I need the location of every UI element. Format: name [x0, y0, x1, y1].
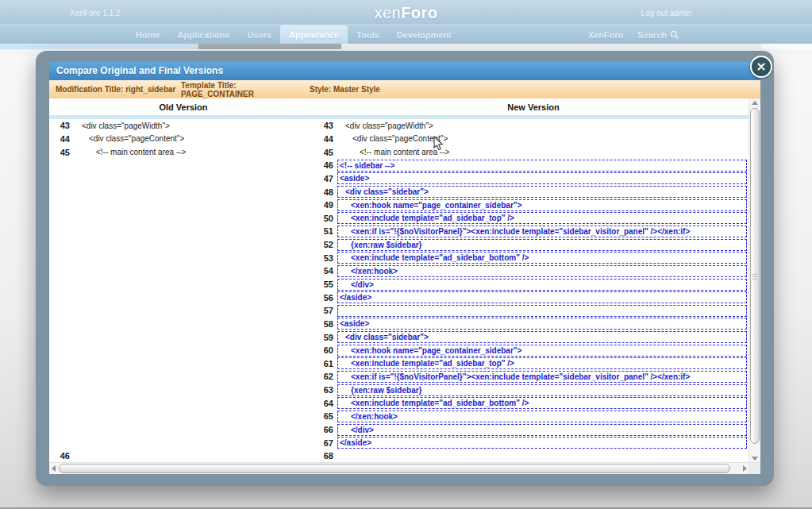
nav-link-search[interactable]: Search: [637, 30, 679, 40]
line-number: 46: [49, 451, 70, 461]
diff-line-empty: [49, 172, 317, 186]
diff-line-inserted: 56</aside>: [317, 291, 749, 304]
inserted-code: [337, 305, 747, 317]
inserted-code: </aside>: [337, 437, 747, 449]
scroll-down-arrow-icon[interactable]: [752, 457, 758, 461]
diff-line-empty: [49, 264, 317, 278]
diff-line-empty: [49, 238, 317, 252]
diff-line-empty: [49, 251, 317, 264]
logo-foro: Foro: [401, 4, 437, 21]
diff-line-inserted: 50<xen:include template="ad_sidebar_top"…: [317, 211, 749, 225]
diff-line-empty: [49, 396, 317, 410]
diff-line-inserted: 67</aside>: [317, 436, 749, 449]
horizontal-scroll-thumb[interactable]: [59, 464, 730, 473]
tab-users[interactable]: Users: [239, 25, 281, 44]
diff-line-inserted: 66</div>: [317, 423, 749, 437]
tab-applications[interactable]: Applications: [169, 25, 239, 44]
code-text: <div class="pageWidth">: [333, 121, 433, 130]
line-number: 49: [317, 200, 333, 210]
close-x-icon: [757, 63, 765, 71]
diff-line-empty: [49, 211, 317, 225]
diff-line-inserted: 57: [317, 304, 749, 318]
scroll-grip-icon: [752, 274, 757, 280]
new-version-header: New Version: [317, 98, 749, 116]
substrip-light: [341, 44, 762, 49]
line-number: 66: [317, 425, 333, 434]
inserted-code: </xen:hook>: [337, 411, 747, 422]
diff-line-inserted: 51<xen:if is="!{$noVisitorPanel}"><xen:i…: [317, 225, 749, 238]
code-text: <div class="pageWidth">: [70, 121, 170, 130]
line-number: 44: [49, 134, 70, 144]
tab-tools[interactable]: Tools: [348, 25, 388, 44]
line-number: 47: [317, 174, 333, 183]
diff-line-empty: [49, 318, 317, 331]
vertical-scroll-thumb[interactable]: [750, 108, 760, 444]
line-number: 58: [317, 319, 333, 329]
magnifier-icon[interactable]: [670, 30, 679, 40]
nav-tabs: HomeApplicationsUsersAppearanceToolsDeve…: [127, 25, 460, 44]
line-number: 44: [317, 134, 333, 144]
line-number: 45: [49, 148, 70, 157]
diff-line-inserted: 58<aside>: [317, 318, 749, 331]
line-number: 52: [317, 240, 333, 249]
line-number: 64: [317, 399, 333, 408]
vertical-scrollbar[interactable]: [749, 98, 760, 463]
line-number: 43: [49, 121, 70, 130]
inserted-code: <xen:include template="ad_sidebar_bottom…: [337, 397, 747, 409]
scroll-left-arrow-icon[interactable]: [52, 465, 56, 472]
modal-title: Compare Original and Final Versions: [56, 65, 223, 76]
diff-line-empty: [49, 370, 317, 384]
inserted-code: <div class="sidebar">: [337, 186, 747, 198]
line-number: 63: [317, 385, 333, 395]
diff-line-empty: [49, 436, 317, 449]
line-number: 56: [317, 293, 333, 303]
diff-line: 45<!-- main content area -->: [49, 145, 317, 159]
inserted-code: <xen:include template="ad_sidebar_bottom…: [337, 252, 747, 264]
diff-line-inserted: 48<div class="sidebar">: [317, 185, 749, 199]
scroll-up-arrow-icon[interactable]: [752, 101, 758, 105]
nav-link-xenforo[interactable]: XenForo: [588, 30, 624, 40]
line-number: 45: [317, 148, 333, 157]
diff-line: 43<div class="pageWidth">: [317, 119, 749, 133]
scroll-right-arrow-icon[interactable]: [743, 465, 747, 472]
diff-line-inserted: 52{xen:raw $sidebar}: [317, 238, 749, 252]
diff-line-empty: [49, 423, 317, 437]
diff-line-inserted: 62<xen:if is="!{$noVisitorPanel}"><xen:i…: [317, 370, 749, 384]
substrip-gray-block: [198, 44, 341, 49]
diff-line-inserted: 54</xen:hook>: [317, 264, 749, 278]
code-text: <!-- main content area -->: [70, 148, 186, 156]
line-number: 65: [317, 411, 333, 421]
tab-development[interactable]: Development: [388, 25, 460, 44]
diff-line-inserted: 49<xen:hook name="page_container_sidebar…: [317, 199, 749, 212]
admin-header: XenForo 1.1.2 xenForo Log out admin: [0, 0, 812, 25]
diff-line-inserted: 53<xen:include template="ad_sidebar_bott…: [317, 251, 749, 264]
line-number: 51: [317, 226, 333, 236]
diff-line-empty: [49, 384, 317, 397]
diff-line-inserted: 60<xen:hook name="page_container_sidebar…: [317, 344, 749, 357]
close-button[interactable]: [750, 56, 772, 78]
diff-rows: 43<div class="pageWidth">44<div class="p…: [49, 119, 749, 463]
line-number: 59: [317, 333, 333, 342]
diff-line-empty: [49, 330, 317, 344]
horizontal-scrollbar[interactable]: [49, 462, 749, 474]
inserted-code: <xen:include template="ad_sidebar_top" /…: [337, 357, 747, 369]
diff-line-empty: [49, 357, 317, 371]
diff-line-empty: [49, 291, 317, 304]
diff-line-empty: [49, 410, 317, 423]
line-number: 68: [317, 451, 333, 461]
diff-line-empty: [49, 344, 317, 357]
diff-line-empty: [49, 225, 317, 238]
inserted-code: <xen:if is="!{$noVisitorPanel}"><xen:inc…: [337, 226, 747, 237]
diff-line-inserted: 65</xen:hook>: [317, 410, 749, 423]
admin-navbar: HomeApplicationsUsersAppearanceToolsDeve…: [0, 25, 812, 44]
diff-line: 46: [49, 449, 317, 463]
inserted-code: <aside>: [337, 318, 747, 330]
tab-appearance[interactable]: Appearance: [280, 25, 348, 44]
diff-line-inserted: 46<!-- sidebar -->: [317, 159, 749, 172]
logout-link[interactable]: Log out admin: [641, 9, 691, 17]
inserted-code: </div>: [337, 424, 747, 436]
line-number: 62: [317, 372, 333, 381]
tab-home[interactable]: Home: [127, 25, 169, 44]
compare-versions-modal: Compare Original and Final Versions Modi…: [36, 51, 774, 486]
inserted-code: </div>: [337, 279, 747, 291]
